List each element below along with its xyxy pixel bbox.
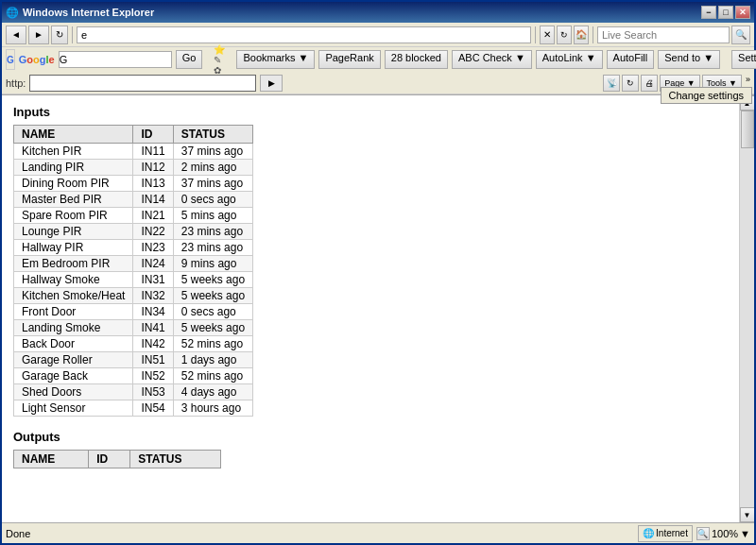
outputs-section-title: Outputs — [13, 430, 728, 444]
tools-popup-text: Change settings — [669, 90, 745, 101]
col-status: STATUS — [173, 126, 252, 144]
table-row: Dining Room PIRIN1337 mins ago — [14, 176, 253, 192]
scrollbar: ▲ ▼ — [739, 95, 754, 522]
status-cell: 2 mins ago — [173, 160, 252, 176]
status-bar: Done 🌐 Internet 🔍 100% ▼ — [2, 522, 754, 543]
settings-button[interactable]: Settings ▼ — [731, 50, 756, 69]
addr-go-button[interactable]: ▶ — [260, 75, 283, 92]
id-cell: IN41 — [133, 320, 173, 336]
autofill-button[interactable]: AutoFill — [607, 50, 655, 69]
title-bar-controls: − □ ✕ — [701, 6, 750, 19]
search-input[interactable] — [597, 26, 730, 43]
addr-label: http: — [6, 77, 26, 89]
separator2 — [535, 26, 536, 43]
internet-icon: 🌐 — [643, 528, 654, 538]
table-row: Light SensorIN543 hours ago — [14, 400, 253, 417]
forward-button[interactable]: ► — [28, 26, 49, 44]
maximize-button[interactable]: □ — [718, 6, 733, 19]
blocked-button[interactable]: 28 blocked — [385, 50, 448, 69]
separator — [72, 26, 73, 43]
autolink-button[interactable]: AutoLink ▼ — [536, 50, 603, 69]
status-cell: 23 mins ago — [173, 224, 252, 240]
google-logo: Google — [19, 54, 55, 65]
status-cell: 0 secs ago — [173, 304, 252, 320]
minimize-button[interactable]: − — [701, 6, 716, 19]
zoom-control: 🔍 100% ▼ — [696, 527, 750, 540]
name-cell: Hallway Smoke — [14, 272, 133, 288]
back-button[interactable]: ◄ — [6, 26, 26, 44]
status-cell: 37 mins ago — [173, 176, 252, 192]
table-row: Shed DoorsIN534 days ago — [14, 384, 253, 400]
name-cell: Lounge PIR — [14, 224, 133, 240]
status-cell: 9 mins ago — [173, 256, 252, 272]
close-button[interactable]: ✕ — [735, 6, 750, 19]
address-row: http: ▶ 📡 ↻ 🖨 Page ▼ Tools ▼ » — [2, 72, 754, 94]
out-col-id: ID — [89, 451, 130, 468]
refresh-addr-button[interactable]: ↻ — [622, 75, 639, 92]
table-row: Hallway PIRIN2323 mins ago — [14, 240, 253, 256]
toolbar-icon-group: ⭐ ✎ ✿ — [214, 44, 225, 76]
id-cell: IN34 — [133, 304, 173, 320]
id-cell: IN52 — [133, 368, 173, 384]
scroll-thumb[interactable] — [741, 111, 754, 148]
separator3 — [593, 26, 593, 43]
search-button[interactable]: 🔍 — [731, 26, 750, 44]
status-cell: 4 days ago — [173, 384, 252, 400]
outputs-header-row: NAME ID STATUS — [14, 451, 221, 468]
status-cell: 52 mins ago — [173, 336, 252, 352]
go-button[interactable]: Go — [176, 50, 203, 69]
zoom-button[interactable]: 🔍 — [696, 527, 710, 540]
table-row: Hallway SmokeIN315 weeks ago — [14, 272, 253, 288]
refresh2-button[interactable]: ↻ — [557, 26, 572, 44]
zoom-label: 100% — [712, 528, 738, 539]
inputs-table-header: NAME ID STATUS — [14, 126, 253, 144]
bookmarks-button[interactable]: Bookmarks ▼ — [236, 50, 315, 69]
name-cell: Spare Room PIR — [14, 208, 133, 224]
scroll-track[interactable] — [740, 111, 754, 507]
name-cell: Master Bed PIR — [14, 192, 133, 208]
google-icon: G — [6, 49, 15, 70]
name-cell: Em Bedroom PIR — [14, 256, 133, 272]
url-bar[interactable] — [77, 26, 531, 43]
id-cell: IN23 — [133, 240, 173, 256]
sendto-button[interactable]: Send to ▼ — [658, 50, 720, 69]
title-bar-title: 🌐 Windows Internet Explorer — [6, 7, 154, 19]
stop-button[interactable]: ✕ — [540, 26, 555, 44]
window-title: Windows Internet Explorer — [23, 7, 154, 18]
id-cell: IN11 — [133, 144, 173, 160]
outputs-table: NAME ID STATUS — [13, 450, 221, 468]
status-cell: 1 days ago — [173, 352, 252, 368]
table-row: Kitchen PIRIN1137 mins ago — [14, 144, 253, 160]
rss-button[interactable]: 📡 — [603, 75, 620, 92]
status-icons: 🌐 Internet 🔍 100% ▼ — [638, 525, 750, 542]
home-button[interactable]: 🏠 — [574, 26, 589, 44]
zoom-dropdown-icon[interactable]: ▼ — [740, 528, 750, 539]
google-search-input[interactable] — [59, 51, 172, 68]
col-id: ID — [133, 126, 173, 144]
check-button[interactable]: ABC Check ▼ — [452, 50, 532, 69]
table-row: Landing SmokeIN415 weeks ago — [14, 320, 253, 336]
main-content: Inputs NAME ID STATUS Kitchen PIRIN1137 … — [2, 95, 739, 522]
name-cell: Front Door — [14, 304, 133, 320]
name-cell: Shed Doors — [14, 384, 133, 400]
scroll-down-button[interactable]: ▼ — [740, 507, 755, 522]
id-cell: IN13 — [133, 176, 173, 192]
browser-icon: 🌐 — [6, 7, 19, 19]
status-cell: 23 mins ago — [173, 240, 252, 256]
pagerank-button[interactable]: PageRank — [318, 50, 380, 69]
id-cell: IN54 — [133, 400, 173, 417]
inputs-table: NAME ID STATUS Kitchen PIRIN1137 mins ag… — [13, 125, 253, 417]
inputs-section-title: Inputs — [13, 105, 728, 119]
tools-popup: Change settings — [661, 87, 753, 104]
print-button[interactable]: 🖨 — [641, 75, 658, 92]
title-bar: 🌐 Windows Internet Explorer − □ ✕ — [2, 2, 754, 23]
inputs-table-body: Kitchen PIRIN1137 mins agoLanding PIRIN1… — [14, 144, 253, 417]
id-cell: IN42 — [133, 336, 173, 352]
name-cell: Landing PIR — [14, 160, 133, 176]
status-cell: 52 mins ago — [173, 368, 252, 384]
table-row: Front DoorIN340 secs ago — [14, 304, 253, 320]
refresh-button[interactable]: ↻ — [51, 26, 68, 44]
browser-window: 🌐 Windows Internet Explorer − □ ✕ ◄ ► ↻ … — [0, 0, 756, 545]
name-cell: Garage Back — [14, 368, 133, 384]
address-input[interactable] — [29, 75, 256, 92]
